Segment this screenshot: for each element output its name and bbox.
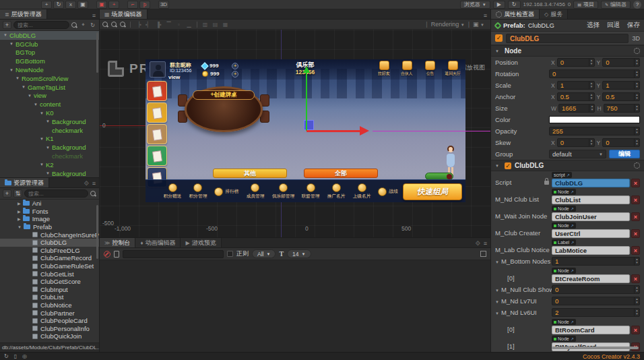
fold-arrow-icon[interactable]: ▼: [495, 289, 499, 293]
align-top-icon[interactable]: ▔: [165, 21, 172, 28]
console-menu-icon[interactable]: ≡: [484, 240, 487, 247]
hierarchy-node-background[interactable]: ▼Background: [0, 169, 99, 177]
hierarchy-node-bgtop[interactable]: BGTop: [0, 49, 99, 57]
pivot-anchor-button[interactable]: +: [108, 1, 119, 9]
asset-item-clublist[interactable]: ClubList: [0, 293, 99, 301]
align-vcenter-icon[interactable]: ▫: [175, 21, 183, 28]
scale-tool-button[interactable]: x: [65, 1, 76, 9]
assets-search-icon[interactable]: [90, 191, 96, 197]
ref-field[interactable]: ClubDLG: [552, 179, 630, 187]
stepper-icon[interactable]: ▲▼: [634, 309, 639, 316]
hierarchy-locate-icon[interactable]: ⌖: [79, 22, 87, 29]
zoom-out-icon[interactable]: [111, 22, 117, 28]
tab-all-games[interactable]: 全部: [304, 169, 378, 178]
stepper-icon[interactable]: ▲▼: [634, 127, 639, 135]
count-field[interactable]: 0▲▼: [552, 297, 640, 305]
remove-ref-button[interactable]: ×: [631, 326, 640, 334]
club-menu-item-3[interactable]: 成员管理: [246, 183, 265, 200]
expand-arrow-icon[interactable]: ▼: [15, 76, 20, 80]
hierarchy-search-icon[interactable]: [71, 22, 77, 28]
remove-ref-button[interactable]: ×: [631, 179, 640, 187]
external-link-icon[interactable]: ↗: [571, 189, 574, 194]
stepper-icon[interactable]: ▲▼: [634, 104, 639, 112]
expand-arrow-icon[interactable]: ▼: [22, 85, 26, 89]
play-button[interactable]: ▶: [493, 1, 505, 9]
hierarchy-node-k1[interactable]: ▼K1: [0, 135, 99, 144]
stepper-icon[interactable]: ▲▼: [634, 59, 639, 66]
node-gear-icon[interactable]: [634, 48, 640, 54]
stepper-icon[interactable]: ▲▼: [589, 82, 594, 89]
external-link-icon[interactable]: ↗: [567, 173, 570, 177]
hierarchy-node-content[interactable]: ▼content: [0, 100, 99, 109]
local-coord-button[interactable]: ⌐: [127, 1, 138, 9]
distribute-c-icon[interactable]: ▦: [222, 21, 229, 28]
font-size-dropdown[interactable]: 14▼: [287, 249, 311, 258]
club-menu-item-8[interactable]: 战绩: [378, 187, 398, 196]
ref-field[interactable]: BtRoomCard: [552, 326, 630, 334]
stepper-icon[interactable]: ▲▼: [634, 297, 639, 305]
folder-arrow-icon[interactable]: ▶: [18, 216, 21, 221]
align-bottom-icon[interactable]: ▁: [185, 21, 193, 28]
add-coin-button[interactable]: +: [232, 71, 238, 78]
tab-inspector[interactable]: 属性检查器: [491, 9, 540, 19]
asset-item-clubgetlist[interactable]: ClubGetList: [0, 270, 99, 278]
rendering-dropdown[interactable]: Rendering ▼: [431, 21, 465, 28]
expand-arrow-icon[interactable]: ▼: [46, 171, 50, 175]
club-action-button-1[interactable]: 合伙人: [397, 61, 417, 77]
tab-scene-editor[interactable]: ▦ 场景编辑器: [100, 9, 148, 19]
align-right-icon[interactable]: ▐▪: [155, 21, 162, 28]
asset-item-prefab[interactable]: ▼Prefab: [0, 223, 99, 231]
external-link-icon[interactable]: ↗: [571, 223, 574, 228]
inspector-hscrollbar[interactable]: [552, 347, 639, 349]
prefab-revert-button[interactable]: 回退: [607, 21, 620, 30]
asset-item-clubgamerecord[interactable]: ClubGameRecord: [0, 254, 99, 262]
x-axis-gizmo[interactable]: [307, 130, 364, 132]
hierarchy-node-clubdlg[interactable]: ▼ClubDLG: [0, 31, 99, 40]
expand-arrow-icon[interactable]: ▼: [34, 102, 38, 107]
game-tag-1[interactable]: [147, 102, 167, 123]
assets-add-button[interactable]: +: [3, 189, 11, 198]
tab-hierarchy[interactable]: ≣ 层级管理器: [0, 9, 47, 19]
create-table-button[interactable]: +创建牌桌: [193, 90, 255, 100]
hierarchy-node-k0[interactable]: ▼K0: [0, 109, 99, 117]
node-active-checkbox[interactable]: ✓: [495, 34, 503, 42]
club-menu-item-1[interactable]: 积分管理: [189, 183, 207, 200]
assets-sort-button[interactable]: ⇅: [13, 189, 22, 198]
console-pop-icon[interactable]: ⟐: [476, 240, 480, 247]
hierarchy-node-checkmark[interactable]: checkmark: [0, 152, 99, 160]
move-tool-button[interactable]: +: [41, 1, 52, 9]
camera-dropdown[interactable]: ▣ ▼: [473, 21, 484, 28]
club-action-button-3[interactable]: 返回大厅: [443, 61, 463, 77]
club-menu-item-4[interactable]: 俱乐部管理: [271, 183, 295, 200]
open-editor-button[interactable]: ✎编辑器: [601, 1, 631, 9]
fold-arrow-icon[interactable]: ▼: [495, 311, 499, 316]
prop-field-x[interactable]: 0.5▲▼: [557, 92, 595, 101]
y-axis-gizmo[interactable]: [306, 69, 307, 131]
prop-field-y[interactable]: 750▲▼: [604, 104, 640, 113]
expand-arrow-icon[interactable]: ▼: [46, 119, 50, 123]
hierarchy-node-k2[interactable]: ▼K2: [0, 160, 99, 169]
count-field[interactable]: 2▲▼: [552, 308, 640, 317]
component-gear-icon[interactable]: [634, 162, 640, 169]
tab-assets[interactable]: 资源管理器: [0, 178, 49, 187]
stepper-icon[interactable]: ▲▼: [589, 104, 594, 112]
help-button[interactable]: ?: [633, 1, 641, 9]
assets-scrollbar[interactable]: [96, 205, 98, 259]
fold-arrow-icon[interactable]: ▼: [495, 260, 499, 264]
status-refresh-icon[interactable]: ↻: [4, 354, 9, 359]
stepper-icon[interactable]: ▲▼: [634, 70, 639, 78]
stepper-icon[interactable]: ▲▼: [589, 93, 594, 100]
node-section-header[interactable]: ▼ Node: [491, 45, 644, 57]
ref-field[interactable]: BtCreateRoom: [552, 274, 630, 283]
asset-item-clubquickjoin[interactable]: ClubQuickJoin: [0, 332, 99, 340]
remove-ref-button[interactable]: ×: [631, 212, 640, 221]
stepper-icon[interactable]: ▲▼: [634, 93, 639, 100]
expand-arrow-icon[interactable]: ▼: [3, 33, 7, 37]
rect-tool-button[interactable]: ▣: [77, 1, 88, 9]
stepper-icon[interactable]: ▲▼: [589, 139, 594, 146]
folder-arrow-icon[interactable]: ▶: [18, 201, 21, 206]
hierarchy-node-checkmark[interactable]: checkmark: [0, 126, 99, 135]
external-link-icon[interactable]: ↗: [571, 336, 574, 341]
hierarchy-refresh-icon[interactable]: ↻: [89, 22, 96, 29]
stepper-icon[interactable]: ▲▼: [634, 82, 639, 89]
